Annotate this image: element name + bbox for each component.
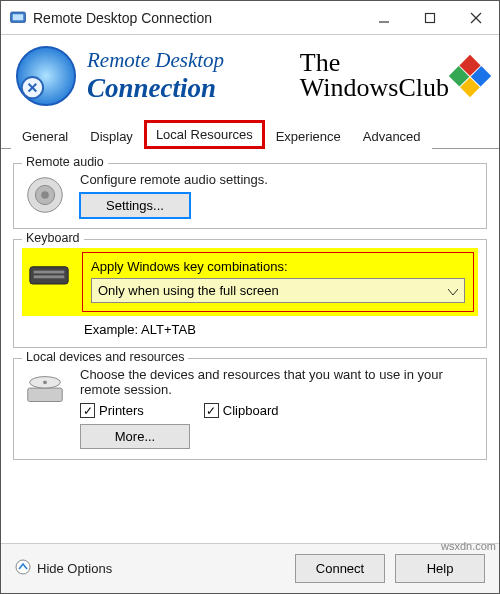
tab-advanced[interactable]: Advanced [352,123,432,149]
app-icon [9,9,27,27]
twc-squares-icon [449,55,491,97]
connect-button[interactable]: Connect [295,554,385,583]
remote-audio-legend: Remote audio [22,155,108,169]
twc-text: The WindowsClub [300,51,449,100]
keyboard-select-value: Only when using the full screen [98,283,279,298]
watermark: wsxdn.com [441,540,496,552]
hide-options-label: Hide Options [37,561,112,576]
help-button[interactable]: Help [395,554,485,583]
svg-point-16 [43,380,47,384]
checkbox-icon: ✓ [204,403,219,418]
remote-audio-group: Remote audio Configure remote audio sett… [13,163,487,229]
keyboard-legend: Keyboard [22,231,84,245]
keyboard-example: Example: ALT+TAB [84,322,478,337]
audio-settings-button[interactable]: Settings... [80,193,190,218]
bottom-bar: Hide Options Connect Help [1,543,499,593]
tab-general[interactable]: General [11,123,79,149]
remote-audio-desc: Configure remote audio settings. [80,172,478,187]
svg-rect-13 [34,275,65,278]
titlebar: Remote Desktop Connection [1,1,499,35]
printers-checkbox[interactable]: ✓ Printers [80,403,144,418]
devices-group: Local devices and resources Choose the d… [13,358,487,460]
window: Remote Desktop Connection Remote Desktop… [0,0,500,594]
checkbox-icon: ✓ [80,403,95,418]
devices-more-button[interactable]: More... [80,424,190,449]
svg-rect-1 [13,14,24,20]
hide-options-toggle[interactable]: Hide Options [15,559,112,578]
keyboard-group: Keyboard Apply Windows key combinations:… [13,239,487,348]
speaker-icon [22,172,68,218]
tab-display[interactable]: Display [79,123,144,149]
svg-point-10 [41,191,49,199]
keyboard-label: Apply Windows key combinations: [91,259,465,274]
keyboard-icon [26,252,72,298]
content: Remote audio Configure remote audio sett… [1,149,499,543]
clipboard-checkbox[interactable]: ✓ Clipboard [204,403,279,418]
svg-rect-12 [34,270,65,273]
chevron-down-icon [448,283,458,298]
devices-legend: Local devices and resources [22,350,188,364]
header-line1: Remote Desktop [87,48,300,73]
tab-experience[interactable]: Experience [265,123,352,149]
keyboard-highlight-box: Apply Windows key combinations: Only whe… [82,252,474,312]
tabs: General Display Local Resources Experien… [1,119,499,149]
svg-point-17 [16,560,30,574]
maximize-button[interactable] [407,1,453,35]
clipboard-label: Clipboard [223,403,279,418]
header: Remote Desktop Connection The WindowsClu… [1,35,499,115]
devices-desc: Choose the devices and resources that yo… [80,367,478,397]
close-button[interactable] [453,1,499,35]
svg-rect-14 [28,388,63,401]
chevron-up-icon [15,559,31,578]
header-line2: Connection [87,73,300,104]
drive-icon [22,367,68,413]
keyboard-combo-select[interactable]: Only when using the full screen [91,278,465,303]
svg-rect-3 [426,13,435,22]
printers-label: Printers [99,403,144,418]
header-text: Remote Desktop Connection [87,48,300,104]
twc-logo: The WindowsClub [300,51,485,100]
minimize-button[interactable] [361,1,407,35]
tab-local-resources[interactable]: Local Resources [144,120,265,149]
window-title: Remote Desktop Connection [33,10,361,26]
header-icon [15,45,77,107]
